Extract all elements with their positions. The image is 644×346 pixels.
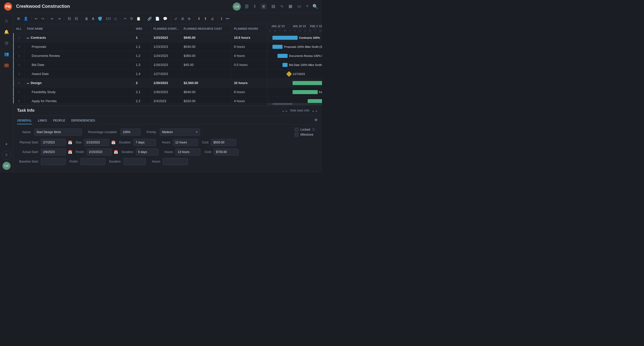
collapse-icons[interactable]: ⌄⌄ hide task info ⌄⌄	[281, 108, 318, 113]
gantt-bar-permits[interactable]	[308, 99, 322, 103]
priority-select[interactable]: Medium	[160, 129, 200, 136]
chevron-down-icon[interactable]: ⌄⌄	[281, 108, 288, 113]
task-name-cell[interactable]: Bid Date	[25, 60, 134, 69]
sidebar-avatar[interactable]: CW	[3, 162, 11, 170]
gantt-bar-docs[interactable]	[277, 54, 288, 58]
cal-view-icon[interactable]: ▦	[289, 4, 292, 9]
indent-button[interactable]: ⇥	[56, 16, 62, 22]
link-button[interactable]: ⛓	[66, 16, 72, 22]
undo-button[interactable]: ↩	[33, 16, 39, 22]
table-button[interactable]: ⊞	[180, 16, 185, 22]
gantt-diamond-award[interactable]	[286, 71, 292, 77]
calendar-icon-finish[interactable]: 📅	[114, 150, 118, 154]
due-input[interactable]	[84, 139, 109, 146]
duration-planned-input[interactable]	[133, 139, 156, 146]
table-row[interactable]: 4 Bid Date 1.3 1/26/2023 $45.00 0.5 hour…	[13, 60, 267, 69]
locked-row[interactable]: Locked ⓘ	[295, 128, 315, 131]
calendar-icon-due[interactable]: 📅	[111, 140, 115, 144]
task-name-cell[interactable]: Proposals	[25, 42, 134, 51]
sidebar-help-button[interactable]: ?	[2, 151, 11, 160]
sidebar-item-briefcase[interactable]: 💼	[2, 60, 11, 69]
finish-input[interactable]	[87, 148, 112, 156]
add-person-button[interactable]: 👤	[22, 16, 29, 22]
name-input[interactable]	[34, 129, 82, 136]
task-name-cell[interactable]: ▬ Contracts	[25, 33, 134, 42]
page-view-icon[interactable]: ▭	[297, 4, 301, 9]
doc-view-icon[interactable]: ▤	[271, 4, 275, 9]
task-name-cell[interactable]: Apply for Permits	[25, 97, 134, 103]
split-button[interactable]: ⫻	[173, 16, 179, 22]
info-icon[interactable]: ⓘ	[312, 128, 315, 131]
bars-view-icon[interactable]: ⦀	[254, 4, 256, 9]
search-icon[interactable]: 🔍	[312, 4, 318, 9]
chart-scrollbar-thumb[interactable]	[272, 103, 293, 105]
calendar-icon-actual-start[interactable]: 📅	[68, 150, 72, 154]
gantt-bar-contracts[interactable]	[272, 36, 298, 40]
sidebar-add-button[interactable]: +	[2, 140, 11, 149]
cost-actual-input[interactable]	[214, 148, 239, 156]
chevron-down-icon2[interactable]: ⌄⌄	[311, 108, 318, 113]
task-name-cell[interactable]: Documents Review	[25, 51, 134, 60]
calendar-icon-planned-start[interactable]: 📅	[68, 140, 72, 144]
duration-actual-input[interactable]	[136, 148, 158, 156]
number-format-button[interactable]: 123	[104, 16, 112, 21]
baseline-finish-input[interactable]	[80, 158, 105, 165]
info-button[interactable]: ℹ	[220, 16, 223, 22]
add-task-button[interactable]: ⊕	[16, 15, 21, 22]
tab-people[interactable]: PEOPLE	[53, 117, 65, 124]
table-row[interactable]: 8 Apply for Permits 2.2 2/3/2023 $320.00…	[13, 97, 267, 103]
milestone-row[interactable]: Milestone	[295, 133, 315, 136]
actual-start-input[interactable]	[41, 148, 66, 156]
task-name-cell[interactable]: Award Date	[25, 69, 134, 78]
collapse-icon[interactable]: ▬	[27, 82, 29, 84]
tab-general[interactable]: GENERAL	[17, 117, 32, 124]
outdent-button[interactable]: ⇤	[50, 16, 55, 22]
sidebar-item-home[interactable]: ⌂	[2, 16, 11, 25]
milestone-checkbox[interactable]	[295, 133, 298, 136]
tab-dependencies[interactable]: DEPENDENCIES	[71, 117, 95, 124]
gantt-bar-bid[interactable]	[283, 63, 288, 67]
delete-button[interactable]: 🗑	[84, 16, 90, 22]
user-avatar[interactable]: CW	[233, 3, 241, 11]
gantt-bar-design[interactable]	[293, 81, 322, 85]
baseline-hours-input[interactable]	[163, 158, 188, 165]
grid-view-icon[interactable]: ≡	[261, 4, 266, 9]
unlink-button[interactable]: ⛓	[73, 16, 79, 22]
table-row[interactable]: 6 ▬ Design 2 1/30/2023 $2,560.00 32 hour…	[13, 79, 267, 88]
collapse-icon[interactable]: ▬	[27, 36, 29, 39]
cut-button[interactable]: ✂	[123, 16, 128, 22]
table-row[interactable]: 7 Feasibility Study 2.1 1/30/2023 $640.0…	[13, 88, 267, 97]
tab-links[interactable]: LINKS	[38, 117, 47, 124]
sidebar-item-notifications[interactable]: 🔔	[2, 27, 11, 36]
comment-button[interactable]: 💬	[162, 16, 169, 22]
chart-view-icon[interactable]: ∿	[280, 4, 284, 9]
table-row[interactable]: 1 ▬ Contracts 1 1/23/2023 $945.00 10.5 h…	[13, 33, 267, 42]
chart-scrollbar[interactable]	[267, 103, 322, 105]
table-row[interactable]: 5 Award Date 1.4 1/27/2023	[13, 69, 267, 79]
hide-task-label[interactable]: hide task info	[290, 108, 309, 112]
baseline-start-input[interactable]	[41, 158, 66, 165]
notes-button[interactable]: 📄	[154, 16, 161, 22]
table-row[interactable]: 2 Proposals 1.1 1/23/2023 $540.00 6 hour…	[13, 42, 267, 51]
paste-button[interactable]: 📋	[135, 16, 142, 22]
milestone-button[interactable]: ◇	[113, 16, 118, 22]
more-button[interactable]: •••	[224, 16, 231, 22]
priority-select-wrapper[interactable]: Medium ▼	[160, 129, 200, 136]
zoom-in-button[interactable]: ⊕	[186, 16, 192, 22]
pct-complete-input[interactable]	[120, 129, 141, 136]
text-style-button[interactable]: A	[91, 16, 96, 22]
gantt-bar-feasibility[interactable]	[293, 90, 318, 94]
redo-button[interactable]: ↪	[40, 16, 46, 22]
locked-checkbox[interactable]	[295, 128, 298, 131]
upload-button[interactable]: ⬆	[203, 16, 208, 22]
task-name-cell[interactable]: Feasibility Study	[25, 88, 134, 96]
sidebar-item-people[interactable]: 👥	[2, 49, 11, 58]
send-message-icon[interactable]: ✈	[314, 118, 318, 123]
link2-button[interactable]: 🔗	[146, 16, 153, 22]
table-row[interactable]: 3 Documents Review 1.2 1/24/2023 $360.00…	[13, 51, 267, 60]
fill-color-button[interactable]: 🪣	[97, 16, 103, 22]
print-button[interactable]: 🖨	[209, 16, 215, 22]
baseline-duration-input[interactable]	[123, 158, 146, 165]
list-view-icon[interactable]: ☰	[245, 4, 249, 9]
planned-start-input[interactable]	[41, 139, 66, 146]
